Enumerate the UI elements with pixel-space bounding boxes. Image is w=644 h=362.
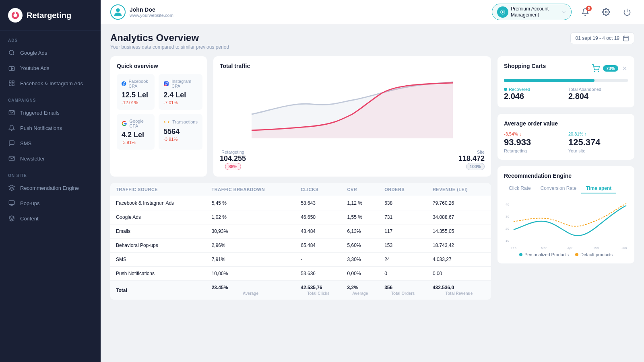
traffic-labels: Retargeting 104.255 88% Site 118.472 100… [220,150,485,170]
svg-text:Mar: Mar [541,246,547,250]
svg-point-26 [167,82,168,83]
col-clicks: Clicks [295,183,341,196]
user-url: www.yourwebsite.com [130,13,173,18]
recovered-label: Recovered [504,87,564,92]
svg-text:20: 20 [506,227,509,230]
aov-change-site: 20.81% ↑ [568,132,628,136]
svg-rect-6 [9,81,11,83]
sidebar-item-facebook-instagram[interactable]: Facebook & Instagram Ads [0,76,101,91]
svg-rect-11 [9,201,14,204]
col-cvr: CVR [341,183,379,196]
premium-label: Premium Account Management [511,6,559,18]
svg-text:30: 30 [506,215,509,218]
cell-source: Google Ads [110,210,206,224]
legend-dot-default [575,253,578,256]
traffic-table-section: Traffic Source Traffic Breakdown Clicks … [110,183,491,300]
svg-rect-24 [164,81,169,86]
page-title-section: Analytics Overview Your business data co… [110,32,229,50]
svg-marker-5 [11,68,13,70]
col-orders: Orders [379,183,427,196]
section-label-ads: ADS [0,31,101,45]
notification-badge: 5 [586,6,592,11]
legend-label-personalized: Personalized Products [524,252,569,257]
traffic-chart [220,74,485,146]
grid-icon [8,80,15,87]
abandoned-stat: Total Abandoned 2.804 [568,87,628,101]
shopping-carts-title: Shopping Carts [504,63,546,69]
layers-icon [8,215,15,222]
sidebar-item-youtube-ads[interactable]: Youtube Ads [0,60,101,76]
table-row: SMS 7,91% - 3,30% 24 4.033,27 [110,253,491,267]
cell-breakdown: 30,93% [206,224,295,239]
cell-breakdown: 10,00% [206,267,295,281]
sidebar-item-google-ads[interactable]: Google Ads [0,45,101,60]
date-range-picker[interactable]: 01 sept 19 - 4 oct 19 [570,32,634,44]
total-traffic-section: Total traffic [213,56,491,177]
svg-point-15 [116,8,120,12]
envelope-icon [8,155,15,162]
card-label-facebook: Facebook CPA [129,79,150,88]
sidebar-label-newsletter: Newsletter [20,156,45,162]
sidebar-item-newsletter[interactable]: Newsletter [0,151,101,166]
tab-time-spent[interactable]: Time spent [581,184,616,193]
sidebar-item-sms[interactable]: SMS [0,136,101,151]
quick-overview-title: Quick overview [117,63,200,69]
svg-point-17 [502,11,504,13]
site-badge: 100% [466,163,485,170]
chat-icon [8,140,15,147]
sidebar-item-triggered-emails[interactable]: Triggered Emails [0,105,101,120]
tab-conversion-rate[interactable]: Conversion Rate [536,184,581,193]
cell-breakdown: 1,02 % [206,210,295,224]
svg-rect-7 [12,81,14,83]
tab-click-rate[interactable]: Click Rate [504,184,536,193]
traffic-table: Traffic Source Traffic Breakdown Clicks … [110,183,491,300]
svg-text:40: 40 [506,203,509,206]
premium-account-button[interactable]: Premium Account Management [492,4,572,20]
sidebar-item-recommendation-engine[interactable]: Recommendation Engine [0,180,101,195]
settings-button[interactable] [599,5,613,19]
cell-cvr: 1,55 % [341,210,379,224]
sidebar-label-youtube-ads: Youtube Ads [20,65,50,71]
sidebar-item-pop-ups[interactable]: Pop-ups [0,195,101,211]
cell-clicks: 58.643 [295,196,341,210]
col-revenue: Revenue (LEI) [427,183,491,196]
ai-icon [8,184,15,191]
card-value-instagram: 2.4 Lei [163,91,198,99]
svg-text:Mei: Mei [594,246,599,250]
sidebar-item-content[interactable]: Content [0,211,101,226]
shopping-carts-section: Shopping Carts 73% [497,56,634,107]
cell-breakdown: 2,96% [206,239,295,253]
table-row: Behavioral Pop-ups 2,96% 65.484 5,60% 15… [110,239,491,253]
card-platform-facebook: Facebook CPA [122,79,150,88]
cell-source: Facebook & Instagram Ads [110,196,206,210]
page-header: Analytics Overview Your business data co… [110,32,634,50]
cell-cvr: 6,13% [341,224,379,239]
card-change-transactions: -3.91% [163,137,198,142]
notifications-button[interactable]: 5 [578,5,592,19]
sidebar-label-facebook-instagram: Facebook & Instagram Ads [20,80,83,86]
retargeting-value: 104.255 [220,154,246,163]
svg-text:10: 10 [506,239,509,243]
dashboard-right: Shopping Carts 73% [497,56,634,300]
premium-icon [497,6,508,18]
aov-retargeting: -3,54% ↓ 93.933 Retargeting [504,132,564,153]
user-details: John Doe www.yourwebsite.com [130,6,173,18]
cell-source: Behavioral Pop-ups [110,239,206,253]
sidebar-item-push-notifications[interactable]: Push Notifications [0,120,101,136]
cart-bar-fill [504,79,594,82]
rec-tabs: Click Rate Conversion Rate Time spent [504,184,628,193]
rec-engine-section: Recommendation Engine Click Rate Convers… [497,166,634,263]
table-row: Emails 30,93% 48.484 6,13% 117 14.355,05 [110,224,491,239]
quick-overview-section: Quick overview Facebook CPA 12.5 Lei -12… [110,56,207,177]
retargeting-label: Retargeting 104.255 88% [220,150,246,170]
overview-card-facebook: Facebook CPA 12.5 Lei -12.01% [117,74,155,110]
bell-icon [8,124,15,132]
user-info-section: John Doe www.yourwebsite.com [110,4,485,20]
card-change-instagram: -7.01% [163,100,198,105]
power-button[interactable] [620,5,634,19]
rec-chart: 40 30 20 10 Feb Mar Apr Mei [504,197,628,250]
rec-engine-title: Recommendation Engine [504,173,628,179]
table-row: Google Ads 1,02 % 46.650 1,55 % 731 34.0… [110,210,491,224]
legend-dot-personalized [519,253,522,256]
cell-total-label: Total [110,281,206,300]
